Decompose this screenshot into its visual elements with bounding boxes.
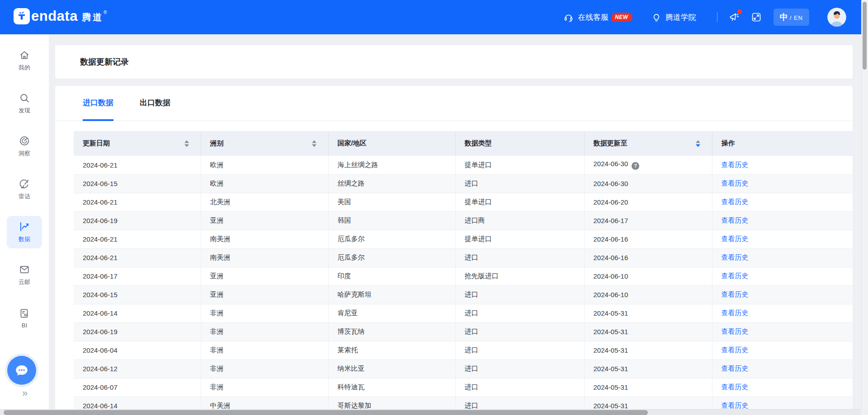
view-history-link[interactable]: 查看历史 <box>722 364 749 372</box>
new-badge: NEW <box>612 13 632 22</box>
cell-actions: 查看历史 <box>712 304 853 322</box>
view-history-link[interactable]: 查看历史 <box>722 346 749 354</box>
cell-update-date: 2024-06-19 <box>74 322 201 341</box>
sort-carets-update-date[interactable] <box>184 140 189 147</box>
view-history-link[interactable]: 查看历史 <box>722 383 749 391</box>
sidebar-item-insight[interactable]: 洞察 <box>7 130 42 163</box>
cell-updated-to: 2024-05-31 <box>584 359 712 378</box>
cell-data-type: 进口 <box>455 341 584 359</box>
logo[interactable]: endata 腾道 ® <box>14 8 107 26</box>
cell-country: 厄瓜多尔 <box>328 230 455 248</box>
chat-fab-button[interactable] <box>7 356 36 385</box>
cell-updated-to: 2024-06-20 <box>584 193 712 211</box>
svg-text:BI: BI <box>24 313 28 317</box>
language-alt: / EN <box>790 14 803 21</box>
insight-icon <box>19 135 30 147</box>
page-title: 数据更新记录 <box>80 56 129 67</box>
cell-data-type: 提单进口 <box>455 156 584 174</box>
sidebar-item-bi[interactable]: BI BI <box>7 302 42 334</box>
view-history-link[interactable]: 查看历史 <box>722 253 749 261</box>
sort-carets-continent[interactable] <box>312 140 316 147</box>
sidebar-item-discover[interactable]: 发现 <box>7 87 42 120</box>
vertical-scrollbar[interactable] <box>861 0 868 409</box>
view-history-link[interactable]: 查看历史 <box>722 327 749 335</box>
table-row: 2024-06-19 亚洲 韩国 进口商 2024-06-17 查看历史 <box>74 211 853 230</box>
cell-country: 美国 <box>328 193 455 211</box>
table-row: 2024-06-12 非洲 纳米比亚 进口 2024-05-31 查看历史 <box>74 359 853 378</box>
view-history-link[interactable]: 查看历史 <box>722 401 749 409</box>
view-history-link[interactable]: 查看历史 <box>722 290 749 298</box>
sidebar-item-cloudmail[interactable]: 云邮 <box>7 259 42 291</box>
horizontal-scrollbar[interactable] <box>0 409 861 415</box>
cell-data-type: 进口 <box>455 248 584 267</box>
cell-update-date: 2024-06-15 <box>74 174 201 193</box>
sidebar-item-mine[interactable]: 我的 <box>7 44 42 77</box>
logo-sprout-icon <box>16 10 28 22</box>
logo-cn: 腾道 <box>82 8 104 26</box>
cell-continent: 非洲 <box>201 378 328 396</box>
table-row: 2024-06-21 北美洲 美国 提单进口 2024-06-20 查看历史 <box>74 193 853 211</box>
view-history-link[interactable]: 查看历史 <box>722 161 749 168</box>
cell-country: 科特迪瓦 <box>328 378 455 396</box>
cell-data-type: 抢先版进口 <box>455 267 584 285</box>
table-row: 2024-06-07 非洲 科特迪瓦 进口 2024-05-31 查看历史 <box>74 378 853 396</box>
notification-dot <box>737 9 742 14</box>
cell-actions: 查看历史 <box>712 267 853 285</box>
sidebar-item-radar[interactable]: 雷达 <box>7 173 42 205</box>
cell-updated-to: 2024-06-16 <box>584 248 712 267</box>
scrollbar-corner <box>861 409 868 415</box>
cell-actions: 查看历史 <box>712 285 853 304</box>
cell-update-date: 2024-06-21 <box>74 193 201 211</box>
language-current: 中 <box>780 12 788 23</box>
chat-bubble-icon <box>14 363 29 378</box>
horizontal-scrollbar-thumb[interactable] <box>4 410 648 415</box>
table-row: 2024-06-21 南美洲 厄瓜多尔 进口 2024-06-16 查看历史 <box>74 248 853 267</box>
table-row: 2024-06-19 非洲 博茨瓦纳 进口 2024-05-31 查看历史 <box>74 322 853 341</box>
fullscreen-button[interactable] <box>751 12 762 23</box>
col-update-date: 更新日期 <box>74 131 201 156</box>
cell-continent: 北美洲 <box>201 193 328 211</box>
cell-continent: 亚洲 <box>201 211 328 230</box>
sort-carets-updated-to[interactable] <box>696 140 700 147</box>
announcements-button[interactable] <box>728 11 740 23</box>
cell-update-date: 2024-06-07 <box>74 378 201 396</box>
view-history-link[interactable]: 查看历史 <box>722 198 749 205</box>
cell-continent: 欧洲 <box>201 174 328 193</box>
cell-continent: 非洲 <box>201 341 328 359</box>
view-history-link[interactable]: 查看历史 <box>722 216 749 224</box>
cell-update-date: 2024-06-21 <box>74 248 201 267</box>
cell-actions: 查看历史 <box>712 230 853 248</box>
cell-actions: 查看历史 <box>712 378 853 396</box>
cell-updated-to: 2024-05-31 <box>584 304 712 322</box>
view-history-link[interactable]: 查看历史 <box>722 272 749 280</box>
data-chart-icon <box>19 221 30 233</box>
sidebar-collapse-button[interactable]: » <box>0 387 49 399</box>
col-data-type: 数据类型 <box>455 131 584 156</box>
table-body: 2024-06-21 欧洲 海上丝绸之路 提单进口 2024-06-30? 查看… <box>74 156 853 415</box>
sidebar-item-data[interactable]: 数据 <box>7 216 42 248</box>
logo-wordmark: endata <box>31 8 78 24</box>
cell-continent: 非洲 <box>201 322 328 341</box>
table-row: 2024-06-04 非洲 莱索托 进口 2024-05-31 查看历史 <box>74 341 853 359</box>
cell-country: 哈萨克斯坦 <box>328 285 455 304</box>
cell-country: 丝绸之路 <box>328 174 455 193</box>
tab-export-data[interactable]: 出口数据 <box>140 86 170 121</box>
cell-country: 印度 <box>328 267 455 285</box>
cell-country: 肯尼亚 <box>328 304 455 322</box>
cell-update-date: 2024-06-21 <box>74 230 201 248</box>
view-history-link[interactable]: 查看历史 <box>722 235 749 242</box>
help-icon[interactable]: ? <box>632 162 639 170</box>
cell-update-date: 2024-06-17 <box>74 267 201 285</box>
table-row: 2024-06-14 非洲 肯尼亚 进口 2024-05-31 查看历史 <box>74 304 853 322</box>
cell-country: 厄瓜多尔 <box>328 248 455 267</box>
avatar[interactable] <box>827 8 846 27</box>
tab-import-data[interactable]: 进口数据 <box>83 86 113 121</box>
vertical-scrollbar-thumb[interactable] <box>863 2 867 70</box>
language-toggle[interactable]: 中 / EN <box>774 9 809 26</box>
cell-actions: 查看历史 <box>712 341 853 359</box>
view-history-link[interactable]: 查看历史 <box>722 309 749 317</box>
academy-button[interactable]: 腾道学院 <box>651 12 696 23</box>
online-service-button[interactable]: 在线客服 NEW <box>563 12 632 23</box>
view-history-link[interactable]: 查看历史 <box>722 179 749 187</box>
cell-update-date: 2024-06-12 <box>74 359 201 378</box>
